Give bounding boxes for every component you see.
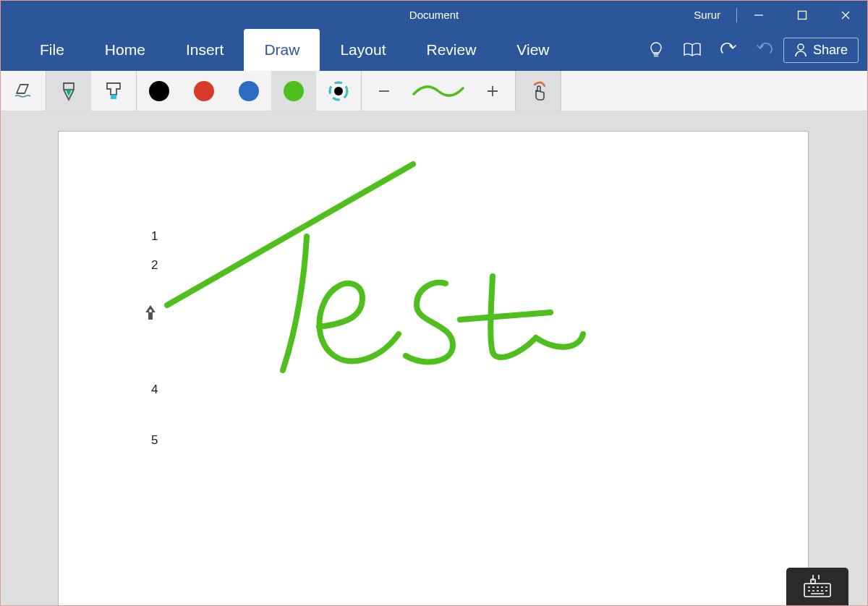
document-page[interactable]: 1 2 4 5 <box>58 131 809 606</box>
tab-label: Home <box>105 41 145 59</box>
stroke-preview <box>407 71 470 111</box>
svg-rect-9 <box>804 584 830 597</box>
eraser-tool[interactable] <box>1 71 46 111</box>
multicolor-icon <box>328 80 349 102</box>
maximize-icon <box>797 10 807 20</box>
document-title: Document <box>409 9 459 21</box>
color-red[interactable] <box>182 71 226 111</box>
color-black[interactable] <box>137 71 182 111</box>
tab-label: Layout <box>340 41 386 59</box>
plus-icon <box>486 85 499 98</box>
tab-review[interactable]: Review <box>406 29 496 71</box>
draw-with-touch-button[interactable] <box>516 71 561 111</box>
touch-keyboard-button[interactable] <box>786 568 848 605</box>
highlighter-tool[interactable] <box>91 71 136 111</box>
color-blue[interactable] <box>226 71 271 111</box>
ribbon-right: Share <box>639 29 867 71</box>
svg-point-3 <box>334 87 343 95</box>
pen-tool[interactable] <box>46 71 91 111</box>
tab-insert[interactable]: Insert <box>166 29 244 71</box>
tab-label: Draw <box>264 41 299 59</box>
ribbon-tabs: File Home Insert Draw Layout Review View <box>1 29 569 71</box>
tab-view[interactable]: View <box>496 29 569 71</box>
tab-layout[interactable]: Layout <box>320 29 406 71</box>
close-button[interactable] <box>824 1 867 29</box>
keyboard-icon <box>801 575 833 598</box>
user-name[interactable]: Surur <box>678 9 736 21</box>
increase-stroke-button[interactable] <box>470 71 515 111</box>
blue-color-icon <box>239 81 259 101</box>
undo-button[interactable] <box>711 34 746 66</box>
black-color-icon <box>149 81 169 101</box>
stroke-width-group <box>362 71 515 111</box>
titlebar: Document Surur <box>1 1 867 29</box>
tab-home[interactable]: Home <box>85 29 166 71</box>
tab-label: View <box>516 41 549 59</box>
eraser-icon <box>12 80 34 102</box>
lightbulb-icon <box>649 41 663 59</box>
redo-button[interactable] <box>747 34 782 66</box>
tab-label: Insert <box>186 41 224 59</box>
share-button[interactable]: Share <box>783 38 859 63</box>
user-area: Surur <box>678 1 867 29</box>
reading-view-button[interactable] <box>675 34 710 66</box>
book-icon <box>683 42 702 58</box>
redo-icon <box>756 42 773 58</box>
stroke-wave-icon <box>412 82 465 100</box>
green-color-icon <box>284 81 304 101</box>
close-icon <box>841 10 851 20</box>
svg-rect-0 <box>799 11 807 19</box>
person-icon <box>794 43 807 57</box>
minus-icon <box>378 85 391 98</box>
touch-draw-icon <box>527 80 549 102</box>
svg-rect-2 <box>111 95 116 99</box>
red-color-icon <box>194 81 214 101</box>
color-multicolor[interactable] <box>316 71 361 111</box>
maximize-button[interactable] <box>780 1 824 29</box>
color-green[interactable] <box>271 71 316 111</box>
draw-toolbar <box>1 71 867 111</box>
tab-draw[interactable]: Draw <box>244 29 320 71</box>
separator <box>561 71 561 111</box>
tell-me-button[interactable] <box>639 34 673 66</box>
ink-handwriting <box>59 132 809 606</box>
minimize-icon <box>754 10 764 20</box>
ribbon-tabbar: File Home Insert Draw Layout Review View… <box>1 29 867 71</box>
pen-icon <box>59 80 78 102</box>
tab-file[interactable]: File <box>20 29 85 71</box>
tab-label: Review <box>426 41 476 59</box>
decrease-stroke-button[interactable] <box>362 71 407 111</box>
highlighter-icon <box>103 80 124 102</box>
tab-label: File <box>40 41 64 59</box>
svg-point-1 <box>798 44 804 50</box>
minimize-button[interactable] <box>737 1 780 29</box>
undo-icon <box>720 42 737 58</box>
share-label: Share <box>813 43 848 58</box>
workspace: 1 2 4 5 <box>1 111 867 605</box>
